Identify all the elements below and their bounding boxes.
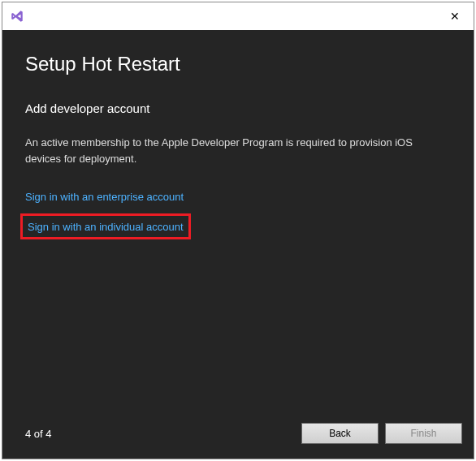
content-area: Setup Hot Restart Add developer account … — [2, 30, 474, 459]
footer: 4 of 4 Back Finish — [25, 423, 462, 444]
sign-in-enterprise-link[interactable]: Sign in with an enterprise account — [25, 191, 184, 203]
highlight-annotation: Sign in with an individual account — [20, 213, 191, 239]
page-indicator: 4 of 4 — [25, 428, 52, 440]
individual-link-row: Sign in with an individual account — [25, 215, 451, 239]
close-button[interactable]: ✕ — [436, 2, 474, 30]
page-subtitle: Add developer account — [25, 101, 451, 115]
finish-button[interactable]: Finish — [385, 423, 462, 444]
back-button[interactable]: Back — [301, 423, 379, 444]
dialog-window: ✕ Setup Hot Restart Add developer accoun… — [2, 2, 474, 459]
description-text: An active membership to the Apple Develo… — [25, 135, 415, 166]
sign-in-individual-link[interactable]: Sign in with an individual account — [28, 221, 184, 233]
button-group: Back Finish — [301, 423, 462, 444]
close-icon: ✕ — [450, 10, 460, 23]
enterprise-link-row: Sign in with an enterprise account — [25, 189, 451, 204]
titlebar: ✕ — [2, 2, 474, 30]
visual-studio-icon — [9, 8, 25, 24]
page-title: Setup Hot Restart — [25, 53, 451, 75]
